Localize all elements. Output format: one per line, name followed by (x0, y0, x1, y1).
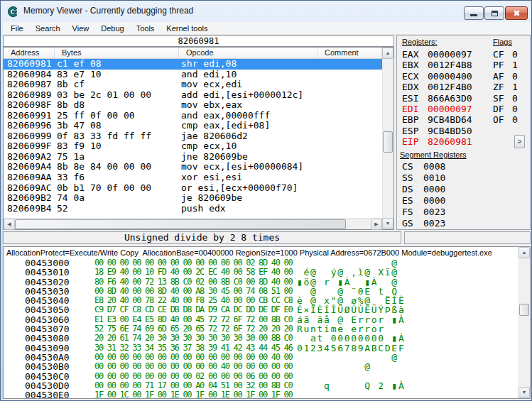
column-header-address[interactable]: Address (4, 48, 55, 58)
flag-row[interactable]: PF1 (493, 60, 518, 70)
hex-vertical-scrollbar[interactable]: ▲ ▼ (519, 247, 530, 398)
flag-row[interactable]: DF0 (493, 104, 518, 114)
hex-row[interactable]: 00453040E8 20 40 00 78 22 40 00 F8 25 40… (4, 296, 518, 305)
scroll-down-icon[interactable]: ▼ (382, 218, 393, 229)
hex-row[interactable]: 0045303000 8D 40 00 00 8D 40 00 A8 30 45… (4, 287, 518, 296)
flag-row[interactable]: OF0 (493, 114, 518, 125)
menu-bar: FileSearchViewDebugToolsKernel tools (3, 22, 531, 35)
hex-row[interactable]: 0045302080 F6 40 00 72 13 8B C0 02 00 8B… (4, 278, 518, 287)
disasm-row[interactable]: 820609990f 83 33 fd ff ffjae 820606d2 (4, 131, 382, 142)
disasm-row[interactable]: 820609878b cfmov ecx,edi (4, 79, 382, 90)
scroll-right-icon[interactable]: ▶ (371, 219, 382, 230)
hex-row[interactable]: 0045307052 75 6E 74 69 6D 65 20 65 72 72… (4, 324, 518, 334)
disasm-row[interactable]: 8206098F8b d8mov ebx,eax (4, 100, 382, 111)
disasm-row[interactable]: 8206099F83 f9 10cmp ecx,10 (4, 141, 382, 152)
flag-row[interactable]: AF0 (493, 71, 518, 82)
column-header-comment[interactable]: Comment (317, 48, 382, 58)
register-name: EBP (402, 114, 428, 125)
registers-expand-button[interactable]: > (514, 135, 525, 148)
disasm-row[interactable]: 82060981c1 ef 08shr edi,08 (4, 59, 382, 70)
disasm-vscroll-thumb[interactable] (383, 131, 393, 153)
register-row[interactable]: EBX0012F4B8 (402, 60, 472, 70)
hex-address: 00453000 (25, 258, 70, 268)
menu-item-kernel-tools[interactable]: Kernel tools (161, 23, 212, 34)
segment-registers-list: CS0008SS0010DS0000ES0000FS0023GS0023 (402, 161, 445, 229)
register-row[interactable]: EDX0012F4B0 (402, 82, 472, 92)
close-button[interactable] (505, 6, 528, 20)
column-header-opcode[interactable]: Opcode (179, 48, 317, 58)
scroll-up-icon[interactable]: ▲ (382, 48, 393, 59)
disasm-row[interactable]: 8206098483 e7 10and edi,10 (4, 70, 382, 80)
hex-bytes: 52 75 6E 74 69 6D 65 20 65 72 72 6F 72 2… (94, 324, 292, 334)
memory-region-info: AllocationProtect=Execute/Write Copy All… (6, 248, 492, 257)
segment-name: FS (402, 207, 423, 218)
flag-name: DF (493, 104, 512, 114)
address-input[interactable] (3, 35, 394, 47)
hex-row[interactable]: 004530B000 00 00 00 00 00 00 00 00 00 40… (4, 362, 518, 371)
hex-vscroll-thumb[interactable] (519, 304, 529, 316)
scroll-down-icon[interactable]: ▼ (519, 387, 530, 398)
hex-row[interactable]: 0045309030 31 32 33 34 35 36 37 38 39 41… (4, 344, 518, 353)
disasm-row[interactable]: 820609A275 1ajne 820609be (4, 152, 382, 163)
hex-ascii: ▮ö@ r ▮À ▮À @ (297, 278, 405, 287)
disasm-address: 82060991 (7, 111, 52, 121)
disasm-row[interactable]: 820609963b 47 08cmp eax,[edi+08] (4, 121, 382, 131)
disasm-row[interactable]: 8206098903 be 2c 01 00 00add edi,[esi+00… (4, 90, 382, 101)
register-row[interactable]: EAX00000097 (402, 49, 472, 60)
disasm-row[interactable]: 820609B274 0aje 820609be (4, 193, 382, 204)
register-row[interactable]: EDI00000097 (402, 104, 472, 114)
hex-address: 004530B0 (25, 362, 70, 371)
hex-row[interactable]: 004530D000 00 00 00 71 17 00 00 A0 04 51… (4, 381, 518, 390)
hex-row[interactable]: 004530C000 00 00 00 00 00 00 00 02 00 00… (4, 372, 518, 381)
segment-register-row: DS0000 (402, 184, 445, 195)
hex-row[interactable]: 004530E01F 00 1C 00 1F 00 1E 00 1F 00 1E… (4, 390, 518, 398)
register-value: 82060981 (428, 136, 472, 147)
window-title: Memory Viewer - Currently debugging thre… (23, 6, 193, 16)
segment-name: DS (402, 184, 423, 195)
flags-list: CF0PF1AF0ZF1SF0DF0OF0 (493, 49, 518, 126)
disasm-address: 820609B2 (7, 193, 52, 204)
hex-row[interactable]: 0045301018 E9 40 00 10 FD 40 00 2C EC 40… (4, 268, 518, 277)
disasm-vertical-scrollbar[interactable]: ▲ ▼ (382, 48, 393, 229)
scroll-up-icon[interactable]: ▲ (519, 247, 530, 258)
register-row[interactable]: ESP9CB4BD50 (402, 126, 472, 136)
disasm-row[interactable]: 820609A48b 8e 84 00 00 00mov ecx,[esi+00… (4, 162, 382, 172)
disasm-opcode: jae 820606d2 (181, 131, 248, 142)
register-row[interactable]: EIP82060981 (402, 136, 472, 147)
disasm-opcode: push edx (181, 204, 226, 214)
flag-value: 0 (512, 104, 518, 114)
menu-item-tools[interactable]: Tools (131, 23, 160, 34)
flag-row[interactable]: CF0 (493, 49, 518, 60)
menu-item-file[interactable]: File (6, 23, 28, 34)
hex-row[interactable]: 0045300000 00 00 00 00 00 00 00 00 00 00… (4, 258, 518, 268)
hex-bytes: 00 00 00 00 00 00 00 00 02 00 00 00 06 0… (94, 372, 292, 381)
minimize-button[interactable] (464, 6, 484, 20)
hex-row[interactable]: 00453060E1 E3 00 E4 E5 8D 40 00 45 72 72… (4, 315, 518, 324)
flag-row[interactable]: SF0 (493, 93, 518, 104)
column-header-bytes[interactable]: Bytes (55, 48, 179, 58)
maximize-button[interactable] (484, 6, 504, 20)
hex-ascii: @ (297, 353, 405, 362)
disasm-row[interactable]: 8206099125 ff 0f 00 00and eax,00000fff (4, 111, 382, 121)
hex-row[interactable]: 00453050C9 D7 CF C8 CD CE DB D8 DA D9 CA… (4, 305, 518, 314)
hex-ascii (297, 372, 405, 381)
registers-list: EAX00000097EBX0012F4B8ECX00000400EDX0012… (402, 49, 472, 148)
flag-row[interactable]: ZF1 (493, 82, 518, 92)
menu-item-view[interactable]: View (67, 23, 94, 34)
register-row[interactable]: EBP9CB4BD64 (402, 114, 472, 125)
disasm-horizontal-scrollbar[interactable]: ◀ ▶ (4, 218, 382, 229)
status-bar: Unsigned divide by 2 8 times (3, 231, 401, 244)
hex-row[interactable]: 0045308020 20 61 74 20 30 30 30 30 30 30… (4, 334, 518, 343)
disasm-row[interactable]: 820609AA33 f6xor esi,esi (4, 172, 382, 183)
scroll-left-icon[interactable]: ◀ (4, 219, 15, 230)
register-row[interactable]: ECX00000400 (402, 71, 472, 82)
menu-item-search[interactable]: Search (31, 23, 65, 34)
menu-item-debug[interactable]: Debug (96, 23, 129, 34)
disasm-row[interactable]: 820609B452push edx (4, 204, 382, 214)
hex-row[interactable]: 004530A000 00 00 00 00 00 00 00 00 00 00… (4, 353, 518, 362)
flag-name: AF (493, 71, 512, 82)
disasm-address: 82060999 (7, 131, 52, 142)
disasm-row[interactable]: 820609AC0b b1 70 0f 00 00or esi,[ecx+000… (4, 183, 382, 194)
register-row[interactable]: ESI866A63D0 (402, 93, 472, 104)
disasm-hscroll-thumb[interactable] (15, 219, 346, 229)
